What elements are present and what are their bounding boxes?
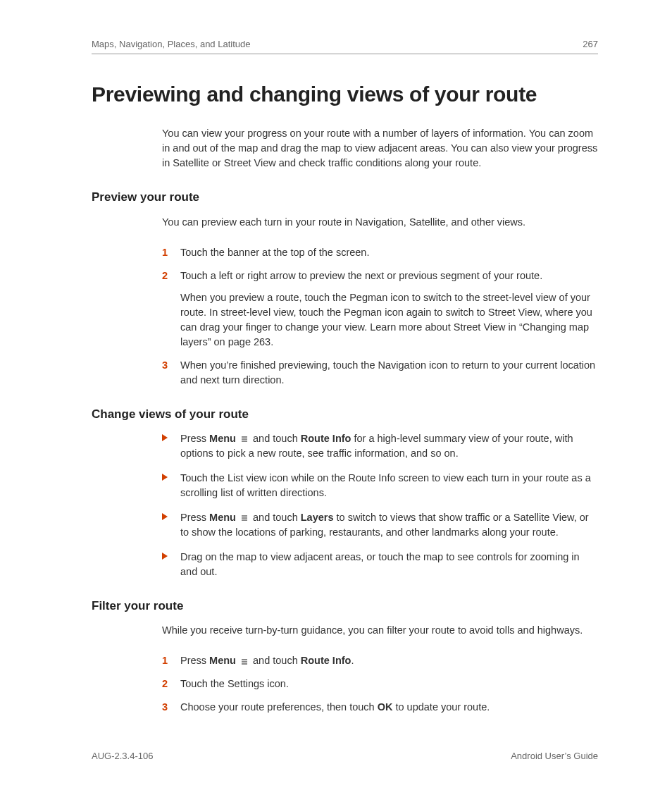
- bullet-text: Press Menu and touch Layers to switch to…: [180, 512, 589, 538]
- menu-icon: [240, 435, 249, 443]
- section1-lead: You can preview each turn in your route …: [162, 215, 598, 230]
- step-item: 3 When you’re finished previewing, touch…: [162, 358, 598, 388]
- section-heading-change: Change views of your route: [92, 407, 598, 421]
- triangle-bullet-icon: [162, 513, 168, 520]
- bullet-text: Touch the List view icon while on the Ro…: [180, 472, 591, 498]
- section-heading-preview: Preview your route: [92, 190, 598, 204]
- triangle-bullet-icon: [162, 474, 168, 481]
- section3-lead: While you receive turn-by-turn guidance,…: [162, 623, 598, 638]
- bullet-item: Touch the List view icon while on the Ro…: [162, 471, 598, 500]
- document-page: Maps, Navigation, Places, and Latitude 2…: [0, 0, 672, 807]
- preview-steps-list: 1 Touch the banner at the top of the scr…: [162, 245, 598, 388]
- bullet-item: Press Menu and touch Layers to switch to…: [162, 510, 598, 540]
- page-number: 267: [583, 39, 598, 49]
- triangle-bullet-icon: [162, 553, 168, 560]
- section-heading-filter: Filter your route: [92, 599, 598, 613]
- bullet-item: Press Menu and touch Route Info for a hi…: [162, 431, 598, 461]
- step-item: 2 Touch the Settings icon.: [162, 677, 598, 691]
- change-bullets-list: Press Menu and touch Route Info for a hi…: [162, 431, 598, 579]
- menu-icon: [240, 514, 249, 522]
- bullet-item: Drag on the map to view adjacent areas, …: [162, 550, 598, 579]
- step-extra: When you preview a route, touch the Pegm…: [180, 290, 598, 350]
- step-number: 1: [162, 653, 168, 668]
- step-item: 1 Press Menu and touch Route Info.: [162, 653, 598, 668]
- step-text: Press Menu and touch Route Info.: [180, 655, 354, 666]
- step-number: 2: [162, 269, 168, 283]
- step-text: Choose your route preferences, then touc…: [180, 701, 490, 713]
- step-item: 3 Choose your route preferences, then to…: [162, 700, 598, 715]
- footer-left: AUG-2.3.4-106: [92, 751, 153, 761]
- page-footer: AUG-2.3.4-106 Android User’s Guide: [92, 751, 598, 761]
- step-item: 1 Touch the banner at the top of the scr…: [162, 245, 598, 260]
- step-text: When you’re finished previewing, touch t…: [180, 359, 595, 386]
- step-number: 1: [162, 245, 168, 260]
- bullet-text: Drag on the map to view adjacent areas, …: [180, 551, 580, 577]
- menu-icon: [240, 658, 249, 666]
- bullet-text: Press Menu and touch Route Info for a hi…: [180, 433, 573, 459]
- step-number: 3: [162, 358, 168, 373]
- breadcrumb: Maps, Navigation, Places, and Latitude: [92, 39, 250, 49]
- footer-right: Android User’s Guide: [511, 751, 598, 761]
- step-text: Touch the banner at the top of the scree…: [180, 247, 369, 258]
- page-title: Previewing and changing views of your ro…: [92, 82, 598, 106]
- step-text: Touch the Settings icon.: [180, 678, 289, 689]
- step-item: 2 Touch a left or right arrow to preview…: [162, 269, 598, 350]
- filter-steps-list: 1 Press Menu and touch Route Info. 2 Tou…: [162, 653, 598, 715]
- step-number: 2: [162, 677, 168, 691]
- step-text: Touch a left or right arrow to preview t…: [180, 270, 542, 281]
- page-header: Maps, Navigation, Places, and Latitude 2…: [92, 39, 598, 54]
- step-number: 3: [162, 700, 168, 715]
- triangle-bullet-icon: [162, 434, 168, 441]
- intro-paragraph: You can view your progress on your route…: [162, 126, 598, 171]
